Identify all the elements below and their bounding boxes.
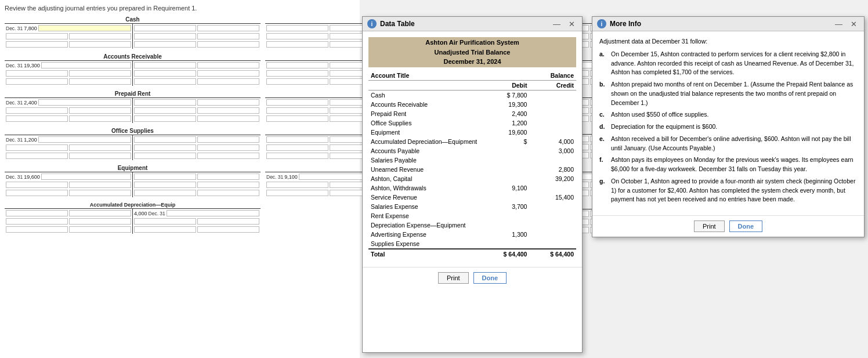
os-left-input-1[interactable] (38, 136, 131, 143)
more-info-close-button[interactable]: ✕ (848, 20, 859, 28)
cash-right-input-6[interactable] (197, 41, 259, 48)
ar-left-input-5[interactable] (69, 78, 131, 85)
pr-left-input-2[interactable] (6, 107, 68, 114)
os-right-input-1[interactable] (134, 136, 196, 143)
eq-right-input-2[interactable] (197, 173, 259, 180)
ar-left-input-3[interactable] (69, 70, 131, 77)
cash-right-input-1[interactable] (134, 25, 196, 31)
eq-right-input-4[interactable] (197, 182, 259, 188)
dt-row-account: Salaries Expense (368, 202, 483, 211)
ad-right-input-3[interactable] (197, 218, 259, 225)
sp-left-input-3[interactable] (266, 70, 328, 77)
pr-left-input-4[interactable] (6, 115, 68, 122)
ad-right-input-1[interactable] (167, 210, 259, 216)
ad-left-input-5[interactable] (6, 226, 68, 233)
cash-left-input-2[interactable] (6, 33, 68, 39)
eq-left-input-4[interactable] (6, 190, 68, 196)
ar-right-input-6[interactable] (197, 78, 259, 85)
row (6, 189, 131, 197)
eq-right-input-1[interactable] (134, 173, 196, 180)
cash-right-input-2[interactable] (197, 25, 259, 31)
cash-right-input-3[interactable] (134, 33, 196, 39)
eq-left-input-1[interactable] (41, 173, 131, 180)
eq-right-input-6[interactable] (197, 190, 259, 196)
account-eq-right (133, 172, 261, 197)
ar-right-input-2[interactable] (197, 62, 259, 68)
ac-left-input-3[interactable] (266, 144, 328, 151)
pr-right-input-2[interactable] (197, 99, 259, 106)
pr-right-input-6[interactable] (197, 115, 259, 122)
cash-right-input-5[interactable] (134, 41, 196, 48)
row (6, 144, 131, 151)
eq-left-input-3[interactable] (69, 182, 131, 188)
data-table-close-button[interactable]: ✕ (566, 20, 577, 28)
more-info-print-button[interactable]: Print (694, 220, 725, 232)
aw-left-input-2[interactable] (266, 182, 328, 188)
os-right-input-6[interactable] (197, 153, 259, 159)
eq-left-input-5[interactable] (69, 190, 131, 196)
ur-left-input-3[interactable] (266, 107, 328, 114)
os-left-input-4[interactable] (6, 153, 68, 159)
ad-left-input-6[interactable] (69, 226, 131, 233)
ad-left-input-3[interactable] (6, 218, 68, 225)
row (134, 144, 259, 151)
cash-left-input-1[interactable] (38, 25, 131, 31)
pr-left-input-3[interactable] (69, 107, 131, 114)
pr-right-input-5[interactable] (134, 115, 196, 122)
ar-left-input-4[interactable] (6, 78, 68, 85)
ar-right-input-5[interactable] (134, 78, 196, 85)
dt-row-debit (483, 146, 530, 156)
pr-right-input-3[interactable] (134, 107, 196, 114)
eq-right-input-3[interactable] (134, 182, 196, 188)
pr-left-input-1[interactable] (38, 99, 131, 106)
eq-left-input-2[interactable] (6, 182, 68, 188)
os-left-input-2[interactable] (6, 144, 68, 151)
ad-left-input-1[interactable] (6, 210, 68, 216)
ap-left-input-5[interactable] (266, 41, 328, 48)
os-right-input-2[interactable] (197, 136, 259, 143)
sp-left-input-5[interactable] (266, 78, 328, 85)
dt-row-debit (483, 220, 530, 230)
cash-left-input-4[interactable] (6, 41, 68, 48)
os-right-input-3[interactable] (134, 144, 196, 151)
ac-left-input-5[interactable] (266, 153, 328, 159)
os-left-input-5[interactable] (69, 153, 131, 159)
data-table-minimize-button[interactable]: — (551, 20, 563, 28)
row (134, 70, 259, 77)
ad-left-input-2[interactable] (69, 210, 131, 216)
more-info-item-label: b. (599, 80, 607, 107)
ur-left-input-1[interactable] (266, 99, 328, 106)
ad-right-input-4[interactable] (134, 226, 196, 233)
ar-left-input-1[interactable] (41, 62, 131, 68)
ar-right-input-4[interactable] (197, 70, 259, 77)
ap-left-input-1[interactable] (266, 25, 328, 31)
ad-left-input-4[interactable] (69, 218, 131, 225)
dt-row-debit (483, 239, 530, 249)
ar-left-input-2[interactable] (6, 70, 68, 77)
data-table-done-button[interactable]: Done (473, 272, 507, 284)
sp-left-input-1[interactable] (266, 62, 328, 68)
pr-left-input-5[interactable] (69, 115, 131, 122)
os-left-input-3[interactable] (69, 144, 131, 151)
ar-right-input-3[interactable] (134, 70, 196, 77)
os-right-input-4[interactable] (197, 144, 259, 151)
ad-right-input-2[interactable] (134, 218, 196, 225)
ad-right-input-5[interactable] (197, 226, 259, 233)
cash-left-input-3[interactable] (69, 33, 131, 39)
os-right-input-5[interactable] (134, 153, 196, 159)
ac-left-input-1[interactable] (266, 136, 328, 143)
ur-left-input-5[interactable] (266, 115, 328, 122)
eq-right-input-5[interactable] (134, 190, 196, 196)
aw-left-input-4[interactable] (266, 190, 328, 196)
data-table-body: Ashton Air Purification System Unadjuste… (363, 31, 582, 265)
pr-right-input-1[interactable] (134, 99, 196, 106)
pr-right-input-4[interactable] (197, 107, 259, 114)
data-table-print-button[interactable]: Print (438, 272, 469, 284)
cash-right-input-4[interactable] (197, 33, 259, 39)
cash-left-input-5[interactable] (69, 41, 131, 48)
more-info-minimize-button[interactable]: — (833, 20, 845, 28)
more-info-done-button[interactable]: Done (729, 220, 763, 232)
dt-col-debit: Debit (483, 81, 530, 91)
ap-left-input-3[interactable] (266, 33, 328, 39)
ar-right-input-1[interactable] (134, 62, 196, 68)
